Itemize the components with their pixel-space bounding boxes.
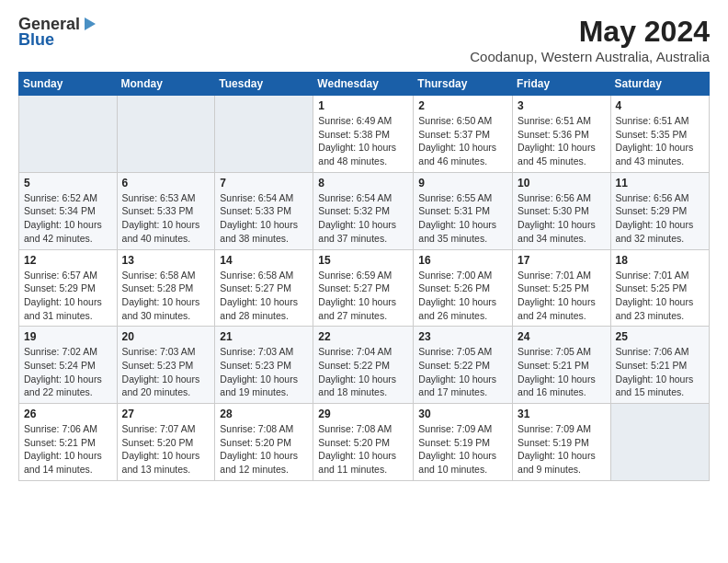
day-info: Sunrise: 6:53 AMSunset: 5:33 PMDaylight:…	[122, 191, 210, 246]
logo: General Blue	[18, 15, 97, 50]
calendar-cell: 19Sunrise: 7:02 AMSunset: 5:24 PMDayligh…	[19, 327, 118, 404]
calendar-week-row: 19Sunrise: 7:02 AMSunset: 5:24 PMDayligh…	[19, 327, 710, 404]
calendar-cell: 12Sunrise: 6:57 AMSunset: 5:29 PMDayligh…	[19, 249, 118, 327]
calendar-cell: 27Sunrise: 7:07 AMSunset: 5:20 PMDayligh…	[117, 404, 215, 481]
calendar-week-row: 26Sunrise: 7:06 AMSunset: 5:21 PMDayligh…	[19, 404, 710, 481]
logo-arrow-icon	[81, 16, 97, 32]
calendar-cell: 30Sunrise: 7:09 AMSunset: 5:19 PMDayligh…	[414, 404, 513, 481]
page-header: General Blue May 2024 Coodanup, Western …	[18, 15, 710, 64]
day-number: 21	[220, 330, 308, 343]
day-info: Sunrise: 6:56 AMSunset: 5:30 PMDaylight:…	[518, 191, 606, 246]
calendar-cell: 2Sunrise: 6:50 AMSunset: 5:37 PMDaylight…	[414, 96, 513, 173]
day-number: 13	[122, 254, 210, 267]
day-info: Sunrise: 7:07 AMSunset: 5:20 PMDaylight:…	[122, 422, 210, 477]
day-number: 1	[318, 99, 408, 112]
weekday-header-sunday: Sunday	[19, 73, 118, 96]
calendar-cell: 9Sunrise: 6:55 AMSunset: 5:31 PMDaylight…	[414, 172, 513, 249]
calendar-cell: 17Sunrise: 7:01 AMSunset: 5:25 PMDayligh…	[513, 249, 611, 327]
calendar-cell: 15Sunrise: 6:59 AMSunset: 5:27 PMDayligh…	[313, 249, 414, 327]
day-number: 11	[616, 177, 704, 190]
calendar-cell: 7Sunrise: 6:54 AMSunset: 5:33 PMDaylight…	[215, 172, 313, 249]
day-number: 7	[220, 177, 308, 190]
day-number: 19	[24, 330, 112, 343]
weekday-header-tuesday: Tuesday	[215, 73, 313, 96]
title-block: May 2024 Coodanup, Western Australia, Au…	[470, 15, 710, 64]
calendar-header: SundayMondayTuesdayWednesdayThursdayFrid…	[19, 73, 710, 96]
calendar-cell: 21Sunrise: 7:03 AMSunset: 5:23 PMDayligh…	[215, 327, 313, 404]
day-number: 25	[616, 330, 704, 343]
day-info: Sunrise: 7:03 AMSunset: 5:23 PMDaylight:…	[220, 345, 308, 399]
day-number: 31	[518, 408, 606, 420]
day-number: 27	[122, 408, 210, 420]
day-info: Sunrise: 7:01 AMSunset: 5:25 PMDaylight:…	[616, 269, 704, 323]
calendar-cell: 28Sunrise: 7:08 AMSunset: 5:20 PMDayligh…	[215, 404, 313, 481]
day-number: 26	[24, 408, 112, 420]
calendar-cell: 29Sunrise: 7:08 AMSunset: 5:20 PMDayligh…	[313, 404, 414, 481]
day-info: Sunrise: 7:01 AMSunset: 5:25 PMDaylight:…	[518, 269, 606, 323]
calendar-week-row: 5Sunrise: 6:52 AMSunset: 5:34 PMDaylight…	[19, 172, 710, 249]
calendar-table: SundayMondayTuesdayWednesdayThursdayFrid…	[18, 72, 710, 481]
calendar-cell: 3Sunrise: 6:51 AMSunset: 5:36 PMDaylight…	[513, 96, 611, 173]
day-info: Sunrise: 7:06 AMSunset: 5:21 PMDaylight:…	[24, 422, 112, 477]
calendar-cell: 1Sunrise: 6:49 AMSunset: 5:38 PMDaylight…	[313, 96, 414, 173]
day-info: Sunrise: 6:58 AMSunset: 5:27 PMDaylight:…	[220, 269, 308, 323]
calendar-cell: 16Sunrise: 7:00 AMSunset: 5:26 PMDayligh…	[414, 249, 513, 327]
day-info: Sunrise: 7:06 AMSunset: 5:21 PMDaylight:…	[616, 345, 704, 399]
calendar-week-row: 12Sunrise: 6:57 AMSunset: 5:29 PMDayligh…	[19, 249, 710, 327]
day-number: 22	[318, 330, 408, 343]
calendar-cell: 18Sunrise: 7:01 AMSunset: 5:25 PMDayligh…	[610, 249, 709, 327]
day-info: Sunrise: 7:05 AMSunset: 5:21 PMDaylight:…	[518, 345, 606, 399]
day-number: 9	[418, 177, 507, 190]
day-info: Sunrise: 6:58 AMSunset: 5:28 PMDaylight:…	[122, 269, 210, 323]
calendar-cell: 31Sunrise: 7:09 AMSunset: 5:19 PMDayligh…	[513, 404, 611, 481]
calendar-cell: 5Sunrise: 6:52 AMSunset: 5:34 PMDaylight…	[19, 172, 118, 249]
day-info: Sunrise: 7:04 AMSunset: 5:22 PMDaylight:…	[318, 345, 408, 399]
day-number: 8	[318, 177, 408, 190]
calendar-cell: 26Sunrise: 7:06 AMSunset: 5:21 PMDayligh…	[19, 404, 118, 481]
day-info: Sunrise: 7:02 AMSunset: 5:24 PMDaylight:…	[24, 345, 112, 399]
weekday-header-thursday: Thursday	[414, 73, 513, 96]
day-number: 28	[220, 408, 308, 420]
calendar-cell	[610, 404, 709, 481]
page-title: May 2024	[470, 15, 710, 49]
calendar-cell: 8Sunrise: 6:54 AMSunset: 5:32 PMDaylight…	[313, 172, 414, 249]
calendar-body: 1Sunrise: 6:49 AMSunset: 5:38 PMDaylight…	[19, 96, 710, 481]
day-info: Sunrise: 6:54 AMSunset: 5:33 PMDaylight:…	[220, 191, 308, 246]
day-info: Sunrise: 6:57 AMSunset: 5:29 PMDaylight:…	[24, 269, 112, 323]
day-number: 4	[616, 99, 704, 112]
calendar-cell: 23Sunrise: 7:05 AMSunset: 5:22 PMDayligh…	[414, 327, 513, 404]
day-number: 5	[24, 177, 112, 190]
weekday-header-friday: Friday	[513, 73, 611, 96]
logo-text-blue: Blue	[18, 30, 54, 50]
calendar-cell: 14Sunrise: 6:58 AMSunset: 5:27 PMDayligh…	[215, 249, 313, 327]
weekday-header-saturday: Saturday	[610, 73, 709, 96]
day-number: 2	[418, 99, 507, 112]
day-info: Sunrise: 7:09 AMSunset: 5:19 PMDaylight:…	[518, 422, 606, 477]
day-info: Sunrise: 7:03 AMSunset: 5:23 PMDaylight:…	[122, 345, 210, 399]
day-info: Sunrise: 7:08 AMSunset: 5:20 PMDaylight:…	[318, 422, 408, 477]
day-number: 14	[220, 254, 308, 267]
calendar-cell: 22Sunrise: 7:04 AMSunset: 5:22 PMDayligh…	[313, 327, 414, 404]
calendar-cell: 20Sunrise: 7:03 AMSunset: 5:23 PMDayligh…	[117, 327, 215, 404]
day-info: Sunrise: 7:09 AMSunset: 5:19 PMDaylight:…	[418, 422, 507, 477]
calendar-cell: 6Sunrise: 6:53 AMSunset: 5:33 PMDaylight…	[117, 172, 215, 249]
day-number: 17	[518, 254, 606, 267]
day-number: 30	[418, 408, 507, 420]
page-subtitle: Coodanup, Western Australia, Australia	[470, 49, 710, 64]
day-number: 23	[418, 330, 507, 343]
day-info: Sunrise: 6:54 AMSunset: 5:32 PMDaylight:…	[318, 191, 408, 246]
day-number: 18	[616, 254, 704, 267]
day-number: 29	[318, 408, 408, 420]
day-info: Sunrise: 6:51 AMSunset: 5:36 PMDaylight:…	[518, 114, 606, 168]
day-info: Sunrise: 6:52 AMSunset: 5:34 PMDaylight:…	[24, 191, 112, 246]
day-info: Sunrise: 6:56 AMSunset: 5:29 PMDaylight:…	[616, 191, 704, 246]
day-info: Sunrise: 7:05 AMSunset: 5:22 PMDaylight:…	[418, 345, 507, 399]
calendar-cell: 10Sunrise: 6:56 AMSunset: 5:30 PMDayligh…	[513, 172, 611, 249]
calendar-cell	[117, 96, 215, 173]
day-info: Sunrise: 7:00 AMSunset: 5:26 PMDaylight:…	[418, 269, 507, 323]
day-info: Sunrise: 6:50 AMSunset: 5:37 PMDaylight:…	[418, 114, 507, 168]
day-info: Sunrise: 6:49 AMSunset: 5:38 PMDaylight:…	[318, 114, 408, 168]
calendar-cell: 11Sunrise: 6:56 AMSunset: 5:29 PMDayligh…	[610, 172, 709, 249]
day-number: 16	[418, 254, 507, 267]
weekday-header-row: SundayMondayTuesdayWednesdayThursdayFrid…	[19, 73, 710, 96]
